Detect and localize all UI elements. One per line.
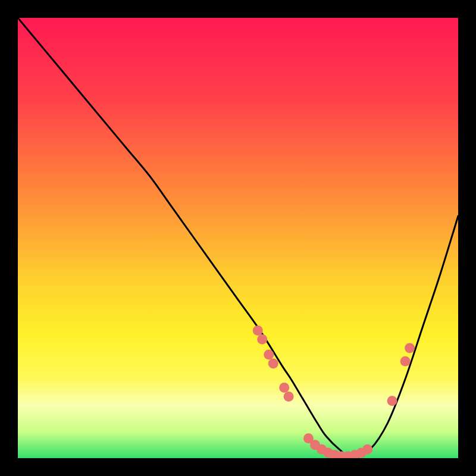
data-marker <box>362 444 372 455</box>
data-marker <box>387 396 397 406</box>
gradient-background <box>18 18 458 458</box>
bottleneck-chart <box>18 18 458 458</box>
data-marker <box>279 383 289 393</box>
data-marker <box>268 358 278 368</box>
data-marker <box>253 325 263 336</box>
chart-frame: TheBottleneck.com <box>18 18 458 458</box>
data-marker <box>405 343 415 353</box>
data-marker <box>400 356 411 367</box>
data-marker <box>264 350 274 360</box>
data-marker <box>284 392 294 402</box>
data-marker <box>257 334 267 345</box>
